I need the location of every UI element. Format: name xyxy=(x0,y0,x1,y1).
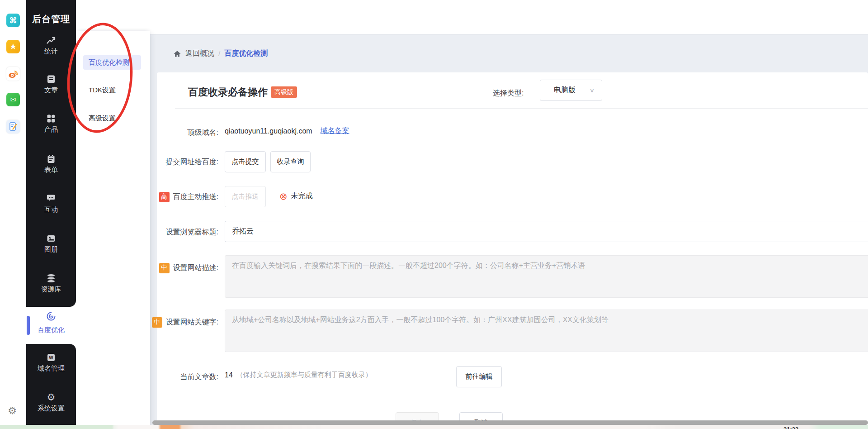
gear-glyph: ⚙ xyxy=(8,405,17,417)
favorites-star-icon[interactable]: ★ xyxy=(6,40,20,53)
chevron-down-icon: ∨ xyxy=(590,87,594,93)
articles-label: 当前文章数: xyxy=(157,372,218,382)
sidebar-item-baidu-seo-active[interactable]: 百度优化 xyxy=(26,307,76,344)
horizontal-scrollbar[interactable] xyxy=(152,420,868,425)
device-type-select[interactable]: 电脑版 ∨ xyxy=(540,80,602,101)
mail-icon[interactable]: ✉ xyxy=(6,93,20,106)
select-value: 电脑版 xyxy=(540,86,576,95)
content-card: 百度收录必备操作 高级版 选择类型: 电脑版 ∨ 顶级域名: qiaotuoyu… xyxy=(157,72,868,429)
notes-edit-glyph xyxy=(7,121,19,133)
page-title: 百度收录必备操作 xyxy=(188,86,268,99)
push-status: ⊗ 未完成 xyxy=(279,191,313,201)
taskbar-sliver: 21:33 xyxy=(0,425,868,429)
site-description-textarea[interactable] xyxy=(225,255,868,298)
domain-record-link[interactable]: 域名备案 xyxy=(321,126,349,136)
high-priority-badge: 高 xyxy=(159,192,170,202)
domain-label: 顶级域名: xyxy=(157,127,218,138)
sidebar-item-forms[interactable]: 表单 xyxy=(26,153,76,176)
medium-priority-badge: 中 xyxy=(152,317,162,328)
description-label-group: 中 设置网站描述: xyxy=(157,262,218,273)
articles-row: 14 （保持文章更新频率与质量有利于百度收录） xyxy=(225,371,372,379)
main-top-strip xyxy=(150,0,868,34)
article-icon xyxy=(26,73,76,85)
push-label-group: 高 百度主动推送: xyxy=(157,191,218,202)
notes-edit-icon[interactable] xyxy=(6,120,20,133)
advanced-version-badge: 高级版 xyxy=(271,86,297,98)
sidebar-lower-block: W 域名管理 ⚙ 系统设置 xyxy=(26,344,76,429)
submenu-item-baidu-seo-check[interactable]: 百度优化检测 xyxy=(83,55,141,70)
articles-note: （保持文章更新频率与质量有利于百度收录） xyxy=(236,371,372,379)
browser-title-label: 设置浏览器标题: xyxy=(157,227,218,238)
sidebar-item-domains[interactable]: W 域名管理 xyxy=(26,352,76,374)
breadcrumb: 返回概况 / 百度优化检测 xyxy=(173,49,268,58)
domain-value: qiaotuoyun11.guqiaokj.com xyxy=(225,127,312,135)
domain-row: qiaotuoyun11.guqiaokj.com 域名备案 xyxy=(225,126,349,136)
main-content-area: 返回概况 / 百度优化检测 百度收录必备操作 高级版 选择类型: 电脑版 ∨ 顶… xyxy=(150,34,868,429)
sidebar-item-label: 百度优化 xyxy=(26,326,76,334)
keywords-label-group: 中 设置网站关键字: xyxy=(157,317,218,328)
seo-target-icon xyxy=(26,311,76,322)
weibo-glyph xyxy=(7,68,19,80)
submenu-item-tdk-settings[interactable]: TDK设置 xyxy=(89,86,116,95)
stats-chart-icon xyxy=(26,34,76,46)
site-keywords-textarea[interactable] xyxy=(225,310,868,352)
index-query-button[interactable]: 收录查询 xyxy=(270,151,311,172)
sidebar-item-gallery[interactable]: 图册 xyxy=(26,233,76,255)
push-label: 百度主动推送: xyxy=(173,192,218,202)
sidebar: 后台管理 统计 文章 产品 表单 xyxy=(26,0,76,429)
medium-priority-badge: 中 xyxy=(159,263,170,273)
chat-bubble-icon xyxy=(26,193,76,205)
form-clipboard-icon xyxy=(26,153,76,165)
gear-icon: ⚙ xyxy=(26,391,76,403)
browser-title-input[interactable] xyxy=(225,221,868,242)
go-edit-button[interactable]: 前往编辑 xyxy=(456,366,502,387)
breadcrumb-separator: / xyxy=(218,50,220,57)
sidebar-upper-block: 后台管理 统计 文章 产品 表单 xyxy=(26,0,76,307)
logo-glyph: ⌘ xyxy=(9,16,17,25)
push-status-text: 未完成 xyxy=(291,191,313,201)
weibo-icon[interactable] xyxy=(6,67,20,81)
qiaotuoyun-logo-icon[interactable]: ⌘ xyxy=(6,14,20,27)
sidebar-item-resources[interactable]: 资源库 xyxy=(26,272,76,295)
sidebar-item-articles[interactable]: 文章 xyxy=(26,73,76,96)
breadcrumb-back-link[interactable]: 返回概况 xyxy=(185,49,214,58)
error-circle-icon: ⊗ xyxy=(279,192,288,201)
submit-to-baidu-button[interactable]: 点击提交 xyxy=(225,151,266,172)
submenu-panel: 百度优化检测 TDK设置 高级设置 xyxy=(76,31,150,429)
description-label: 设置网站描述: xyxy=(173,263,218,273)
database-icon xyxy=(26,272,76,284)
svg-text:W: W xyxy=(49,355,53,360)
articles-count: 14 xyxy=(225,371,233,379)
push-button-disabled[interactable]: 点击推送 xyxy=(225,186,266,207)
submenu-item-advanced-settings[interactable]: 高级设置 xyxy=(89,114,116,123)
star-glyph: ★ xyxy=(9,42,17,52)
app-dock: ⌘ ★ ✉ ⚙ xyxy=(0,0,26,429)
gallery-image-icon xyxy=(26,233,76,244)
sidebar-item-products[interactable]: 产品 xyxy=(26,113,76,135)
dock-settings-gear-icon[interactable]: ⚙ xyxy=(6,405,18,417)
sidebar-item-interaction[interactable]: 互动 xyxy=(26,193,76,215)
mail-glyph: ✉ xyxy=(10,95,16,104)
type-select-label: 选择类型: xyxy=(493,89,524,98)
title-divider xyxy=(175,108,868,109)
breadcrumb-current[interactable]: 百度优化检测 xyxy=(224,49,268,58)
sidebar-item-system-settings[interactable]: ⚙ 系统设置 xyxy=(26,391,76,414)
sidebar-title: 后台管理 xyxy=(26,13,76,25)
sidebar-item-stats[interactable]: 统计 xyxy=(26,34,76,57)
products-grid-icon xyxy=(26,113,76,124)
w-square-icon: W xyxy=(26,352,76,363)
taskbar-clock: 21:33 xyxy=(783,426,798,429)
keywords-label: 设置网站关键字: xyxy=(166,318,218,327)
submit-label: 提交网址给百度: xyxy=(157,157,218,167)
home-icon[interactable] xyxy=(173,50,181,58)
